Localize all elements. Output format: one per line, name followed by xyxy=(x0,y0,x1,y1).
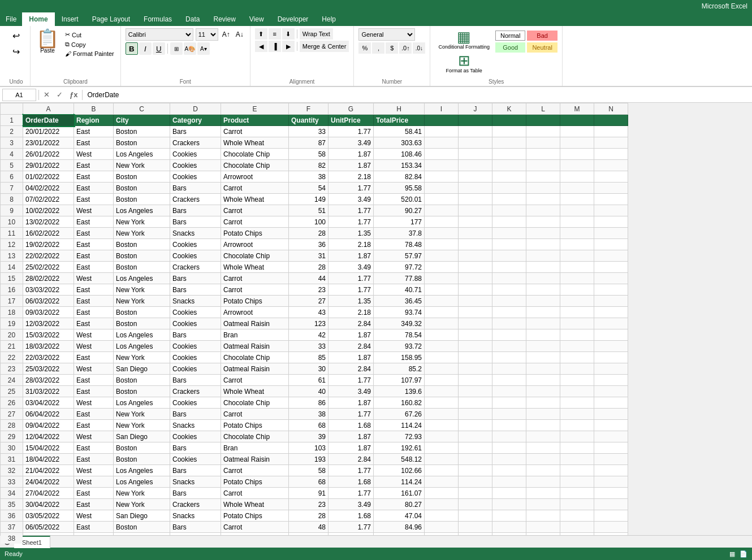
cell-r29-c3[interactable]: San Diego xyxy=(114,431,170,442)
cell-r15-c8[interactable]: 77.88 xyxy=(374,273,425,284)
row-header-12[interactable]: 12 xyxy=(1,239,23,250)
header-cell-Category[interactable]: Category xyxy=(170,115,221,126)
row-header-7[interactable]: 7 xyxy=(1,183,23,194)
cell-r33-c8[interactable]: 114.24 xyxy=(374,476,425,488)
cell-r35-c3[interactable]: New York xyxy=(114,499,170,510)
cell-r19-c1[interactable]: 12/03/2022 xyxy=(23,318,74,329)
cell-r31-c3[interactable]: Boston xyxy=(114,454,170,465)
cell-r29-c2[interactable]: West xyxy=(74,431,114,442)
cell-r33-c5[interactable]: Potato Chips xyxy=(221,476,289,488)
cell-r17-c5[interactable]: Potato Chips xyxy=(221,296,289,307)
cell-r24-c7[interactable]: 1.77 xyxy=(329,375,374,386)
cell-r16-c2[interactable]: East xyxy=(74,284,114,296)
cell-r36-c8[interactable]: 47.04 xyxy=(374,510,425,522)
row-header-22[interactable]: 22 xyxy=(1,352,23,363)
row-header-2[interactable]: 2 xyxy=(1,126,23,137)
cell-r32-c2[interactable]: West xyxy=(74,465,114,476)
home-tab[interactable]: Home xyxy=(22,12,54,26)
insert-tab[interactable]: Insert xyxy=(55,12,85,26)
cell-r20-c6[interactable]: 42 xyxy=(289,329,329,341)
cell-r32-c8[interactable]: 102.66 xyxy=(374,465,425,476)
review-tab[interactable]: Review xyxy=(206,12,242,26)
cell-r28-c1[interactable]: 09/04/2022 xyxy=(23,420,74,431)
cell-r12-c3[interactable]: Boston xyxy=(114,239,170,250)
cell-r9-c6[interactable]: 51 xyxy=(289,205,329,216)
cell-r21-c5[interactable]: Oatmeal Raisin xyxy=(221,341,289,352)
cell-r27-c6[interactable]: 38 xyxy=(289,409,329,420)
cell-r2-c1[interactable]: 20/01/2022 xyxy=(23,126,74,137)
cell-r14-c6[interactable]: 28 xyxy=(289,262,329,273)
cell-r15-c4[interactable]: Bars xyxy=(170,273,221,284)
cell-r24-c4[interactable]: Bars xyxy=(170,375,221,386)
cell-r28-c3[interactable]: New York xyxy=(114,420,170,431)
row-header-19[interactable]: 19 xyxy=(1,318,23,329)
cell-r35-c2[interactable]: East xyxy=(74,499,114,510)
copy-button[interactable]: ⧉ Copy xyxy=(63,40,116,49)
cell-r5-c2[interactable]: East xyxy=(74,160,114,171)
view-tab[interactable]: View xyxy=(243,12,271,26)
cell-r10-c3[interactable]: New York xyxy=(114,216,170,228)
wrap-text-button[interactable]: Wrap Text xyxy=(300,28,333,40)
cell-r22-c3[interactable]: New York xyxy=(114,352,170,363)
row-header-35[interactable]: 35 xyxy=(1,499,23,510)
bad-style[interactable]: Bad xyxy=(527,31,557,41)
cell-r16-c3[interactable]: New York xyxy=(114,284,170,296)
row-header-29[interactable]: 29 xyxy=(1,431,23,442)
cell-r6-c5[interactable]: Arrowroot xyxy=(221,171,289,183)
cell-r18-c8[interactable]: 93.74 xyxy=(374,307,425,318)
cell-r13-c5[interactable]: Chocolate Chip xyxy=(221,250,289,262)
cell-r23-c4[interactable]: Cookies xyxy=(170,363,221,375)
cell-r37-c8[interactable]: 84.96 xyxy=(374,522,425,533)
row-header-24[interactable]: 24 xyxy=(1,375,23,386)
cell-r11-c7[interactable]: 1.35 xyxy=(329,228,374,239)
cell-r6-c1[interactable]: 01/02/2022 xyxy=(23,171,74,183)
cell-r9-c1[interactable]: 10/02/2022 xyxy=(23,205,74,216)
cell-r12-c6[interactable]: 36 xyxy=(289,239,329,250)
cell-r3-c2[interactable]: East xyxy=(74,137,114,149)
cell-r8-c4[interactable]: Crackers xyxy=(170,194,221,205)
col-header-L[interactable]: L xyxy=(526,103,560,115)
cell-r3-c7[interactable]: 3.49 xyxy=(329,137,374,149)
cell-r18-c4[interactable]: Cookies xyxy=(170,307,221,318)
cell-r28-c2[interactable]: East xyxy=(74,420,114,431)
cell-r17-c7[interactable]: 1.35 xyxy=(329,296,374,307)
cell-r9-c3[interactable]: Los Angeles xyxy=(114,205,170,216)
dollar-button[interactable]: $ xyxy=(386,42,398,54)
cell-r36-c1[interactable]: 03/05/2022 xyxy=(23,510,74,522)
cell-r30-c2[interactable]: East xyxy=(74,442,114,454)
row-header-21[interactable]: 21 xyxy=(1,341,23,352)
cell-r21-c3[interactable]: Los Angeles xyxy=(114,341,170,352)
cell-r18-c6[interactable]: 43 xyxy=(289,307,329,318)
cell-r18-c2[interactable]: East xyxy=(74,307,114,318)
cell-r5-c6[interactable]: 82 xyxy=(289,160,329,171)
borders-button[interactable]: ⊞ xyxy=(170,42,183,55)
cell-r29-c8[interactable]: 72.93 xyxy=(374,431,425,442)
cell-r17-c2[interactable]: East xyxy=(74,296,114,307)
cell-r25-c5[interactable]: Whole Wheat xyxy=(221,386,289,397)
cell-r28-c7[interactable]: 1.68 xyxy=(329,420,374,431)
row-header-10[interactable]: 10 xyxy=(1,216,23,228)
cell-r36-c5[interactable]: Potato Chips xyxy=(221,510,289,522)
row-header-9[interactable]: 9 xyxy=(1,205,23,216)
increase-font-button[interactable]: A↑ xyxy=(221,29,232,40)
cell-r28-c5[interactable]: Potato Chips xyxy=(221,420,289,431)
cell-r28-c6[interactable]: 68 xyxy=(289,420,329,431)
cell-r10-c4[interactable]: Bars xyxy=(170,216,221,228)
cell-r31-c1[interactable]: 18/04/2022 xyxy=(23,454,74,465)
cell-r27-c2[interactable]: East xyxy=(74,409,114,420)
cell-r23-c8[interactable]: 85.2 xyxy=(374,363,425,375)
cell-r21-c4[interactable]: Cookies xyxy=(170,341,221,352)
cell-r19-c2[interactable]: East xyxy=(74,318,114,329)
header-cell-OrderDate[interactable]: OrderDate xyxy=(23,115,74,126)
font-name-select[interactable]: Calibri xyxy=(126,28,193,41)
align-bottom-button[interactable]: ⬇ xyxy=(282,28,295,40)
row-header-31[interactable]: 31 xyxy=(1,454,23,465)
cell-r19-c3[interactable]: Boston xyxy=(114,318,170,329)
cell-r20-c3[interactable]: Los Angeles xyxy=(114,329,170,341)
align-left-button[interactable]: ◀ xyxy=(255,41,267,52)
cell-r3-c5[interactable]: Whole Wheat xyxy=(221,137,289,149)
row-header-18[interactable]: 18 xyxy=(1,307,23,318)
cell-r18-c1[interactable]: 09/03/2022 xyxy=(23,307,74,318)
header-cell-UnitPrice[interactable]: UnitPrice xyxy=(329,115,374,126)
data-tab[interactable]: Data xyxy=(179,12,206,26)
